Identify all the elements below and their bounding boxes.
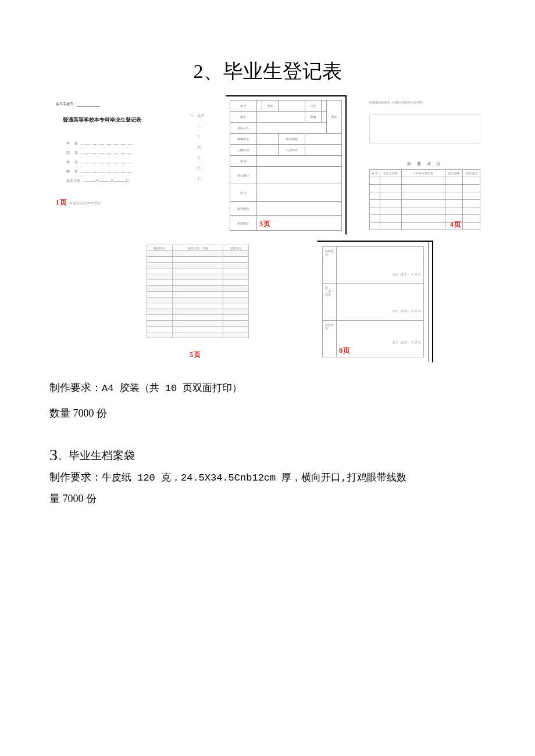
thumbnail-row-2: 获奖时间获奖名称、等级授奖单位 5页 班级意见签名（盖章） 年 月 日 院（系）… <box>142 241 486 363</box>
sec2-quantity: 数量 7000 份 <box>49 403 486 425</box>
thumbnail-page-4: 在校期间的表现（由辅导员或班主任填写） 家 庭 成 员 姓 名与本人关系工作单位… <box>364 95 486 235</box>
p2-item: 三、 <box>176 134 204 139</box>
thumbnail-row-1: 编号字第号： 普通高等学校本专科毕业生登记表 学 校 院 系 专 业 姓 名 填… <box>49 95 486 235</box>
p1-field-major: 专 业 <box>66 160 132 165</box>
p2-item: 四、 <box>176 145 204 150</box>
sec3-heading: 3、毕业生档案袋 <box>49 446 486 464</box>
sec2-requirement: 制作要求：A4 胶装（共 10 页双面打印） <box>49 377 486 399</box>
thumbnail-page-8: 班级意见签名（盖章） 年 月 日 院（系）意见签名（盖章） 年 月 日 学校意见… <box>317 241 433 363</box>
p8-table: 班级意见签名（盖章） 年 月 日 院（系）意见签名（盖章） 年 月 日 学校意见… <box>322 246 424 357</box>
p1-top-label: 编号字第号： <box>56 102 148 107</box>
p1-field-dept: 院 系 <box>66 151 132 156</box>
p4-mid-title: 家 庭 成 员 <box>369 161 480 167</box>
p2-item: 一、说明 <box>176 113 204 119</box>
p5-table: 获奖时间获奖名称、等级授奖单位 <box>147 245 249 338</box>
p2-item: 六、 <box>176 166 204 171</box>
p2-item: 七、 <box>176 176 204 181</box>
thumbnail-page-1: 编号字第号： 普通高等学校本专科毕业生登记表 学 校 院 系 专 业 姓 名 填… <box>49 95 155 235</box>
p5-mark: 5页 <box>190 350 201 360</box>
p4-table: 姓 名与本人关系工作单位及职务政治面貌联系电话 <box>369 169 480 230</box>
p4-mark: 4页 <box>450 220 462 230</box>
p1-footer: 1页 教育部高校学生司制 <box>56 198 148 207</box>
p2-item: 二、 <box>176 124 204 129</box>
p1-title: 普通高等学校本专科毕业生登记表 <box>56 116 148 124</box>
thumbnail-page-3: 姓 名性别出生照片 籍贯民族 身份证号 婚姻状况政治面貌 入团时间入学时间 系 … <box>226 95 347 235</box>
section-2-heading: 2、毕业生登记表 <box>49 58 486 85</box>
sec3-quantity: 量 7000 份 <box>49 488 486 509</box>
p3-table: 姓 名性别出生照片 籍贯民族 身份证号 婚姻状况政治面貌 入团时间入学时间 系 … <box>230 100 343 231</box>
p1-date: 填表日期：年月日 <box>66 178 132 184</box>
sec3-requirement: 制作要求：牛皮纸 120 克，24.5X34.5Cnb12cm 厚，横向开口,打… <box>49 467 486 488</box>
thumbnail-page-5: 获奖时间获奖名称、等级授奖单位 5页 <box>142 241 253 363</box>
p2-item: 五、 <box>176 155 204 160</box>
p4-header: 在校期间的表现（由辅导员或班主任填写） <box>369 101 480 104</box>
p1-field-school: 学 校 <box>66 141 132 146</box>
thumbnail-page-2: 一、说明 二、 三、 四、 五、 六、 七、 <box>172 95 208 235</box>
p1-field-name: 姓 名 <box>66 169 132 174</box>
